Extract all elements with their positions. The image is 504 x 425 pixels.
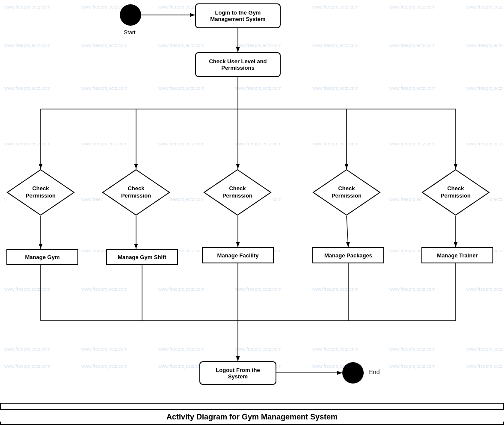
- watermark: www.freeprojectz.com: [312, 286, 359, 292]
- watermark: www.freeprojectz.com: [466, 43, 504, 48]
- watermark: www.freeprojectz.com: [81, 141, 127, 146]
- manage-gym-shift-label: Manage Gym Shift: [118, 254, 166, 260]
- end-circle: [342, 362, 364, 384]
- watermark: www.freeprojectz.com: [235, 141, 282, 146]
- watermark: www.freeprojectz.com: [466, 286, 504, 292]
- manage-packages-box: Manage Packages: [312, 247, 384, 263]
- manage-facility-box: Manage Facility: [202, 247, 274, 263]
- watermark: www.freeprojectz.com: [158, 286, 205, 292]
- watermark: www.freeprojectz.com: [312, 4, 359, 9]
- watermark: www.freeprojectz.com: [466, 4, 504, 9]
- watermark: www.freeprojectz.com: [81, 346, 127, 351]
- watermark: www.freeprojectz.com: [4, 363, 50, 369]
- check-perm-1-diamond: CheckPermission: [6, 169, 75, 216]
- check-perm-2-diamond: CheckPermission: [102, 169, 170, 216]
- check-perm-3-diamond: CheckPermission: [203, 169, 272, 216]
- watermark: www.freeprojectz.com: [81, 86, 127, 91]
- watermark: www.freeprojectz.com: [235, 346, 282, 351]
- manage-trainer-label: Manage Trainer: [437, 252, 477, 259]
- watermark: www.freeprojectz.com: [81, 286, 127, 292]
- watermark: www.freeprojectz.com: [389, 43, 436, 48]
- watermark: www.freeprojectz.com: [4, 346, 50, 351]
- manage-trainer-box: Manage Trainer: [421, 247, 493, 263]
- diagram-container: www.freeprojectz.com www.freeprojectz.co…: [0, 0, 504, 425]
- check-perm-3-label: CheckPermission: [222, 185, 252, 200]
- watermark: www.freeprojectz.com: [158, 86, 205, 91]
- logout-box: Logout From theSystem: [199, 361, 276, 385]
- watermark: www.freeprojectz.com: [235, 86, 282, 91]
- watermark: www.freeprojectz.com: [4, 141, 50, 146]
- watermark: www.freeprojectz.com: [4, 4, 50, 9]
- watermark: www.freeprojectz.com: [312, 346, 359, 351]
- check-perm-1-label: CheckPermission: [26, 185, 56, 200]
- footer-title: Activity Diagram for Gym Management Syst…: [0, 409, 504, 422]
- watermark: www.freeprojectz.com: [389, 4, 436, 9]
- watermark: www.freeprojectz.com: [312, 86, 359, 91]
- watermark: www.freeprojectz.com: [389, 86, 436, 91]
- logout-label: Logout From theSystem: [216, 367, 260, 380]
- watermark: www.freeprojectz.com: [312, 43, 359, 48]
- watermark: www.freeprojectz.com: [81, 4, 127, 9]
- manage-gym-box: Manage Gym: [6, 249, 78, 265]
- svg-line-18: [347, 216, 348, 247]
- check-perm-5-diamond: CheckPermission: [421, 169, 490, 216]
- check-perm-2-label: CheckPermission: [121, 185, 151, 200]
- watermark: www.freeprojectz.com: [312, 141, 359, 146]
- check-perm-4-label: CheckPermission: [332, 185, 362, 200]
- watermark: www.freeprojectz.com: [158, 346, 205, 351]
- login-box: Login to the GymManagement System: [195, 3, 281, 28]
- watermark: www.freeprojectz.com: [235, 286, 282, 292]
- start-label: Start: [115, 28, 145, 36]
- manage-facility-label: Manage Facility: [217, 252, 259, 259]
- end-label: End: [366, 366, 383, 378]
- watermark: www.freeprojectz.com: [81, 363, 127, 369]
- watermark: www.freeprojectz.com: [466, 363, 504, 369]
- watermark: www.freeprojectz.com: [158, 141, 205, 146]
- watermark: www.freeprojectz.com: [389, 346, 436, 351]
- manage-packages-label: Manage Packages: [324, 252, 372, 259]
- watermark: www.freeprojectz.com: [158, 363, 205, 369]
- watermark: www.freeprojectz.com: [4, 286, 50, 292]
- watermark: www.freeprojectz.com: [4, 43, 50, 48]
- watermark: www.freeprojectz.com: [389, 363, 436, 369]
- check-perm-5-label: CheckPermission: [441, 185, 471, 200]
- watermark: www.freeprojectz.com: [466, 86, 504, 91]
- watermark: www.freeprojectz.com: [389, 286, 436, 292]
- watermark: www.freeprojectz.com: [4, 86, 50, 91]
- watermark: www.freeprojectz.com: [466, 346, 504, 351]
- watermark: www.freeprojectz.com: [466, 141, 504, 146]
- watermark: www.freeprojectz.com: [389, 141, 436, 146]
- watermark: www.freeprojectz.com: [81, 43, 127, 48]
- manage-gym-label: Manage Gym: [25, 254, 60, 260]
- check-user-level-box: Check User Level andPermissions: [195, 52, 281, 77]
- manage-gym-shift-box: Manage Gym Shift: [106, 249, 178, 265]
- check-perm-4-diamond: CheckPermission: [312, 169, 381, 216]
- check-user-level-label: Check User Level andPermissions: [209, 58, 267, 71]
- watermark: www.freeprojectz.com: [158, 43, 205, 48]
- watermark: www.freeprojectz.com: [235, 43, 282, 48]
- login-label: Login to the GymManagement System: [210, 9, 265, 22]
- start-circle: [120, 4, 141, 26]
